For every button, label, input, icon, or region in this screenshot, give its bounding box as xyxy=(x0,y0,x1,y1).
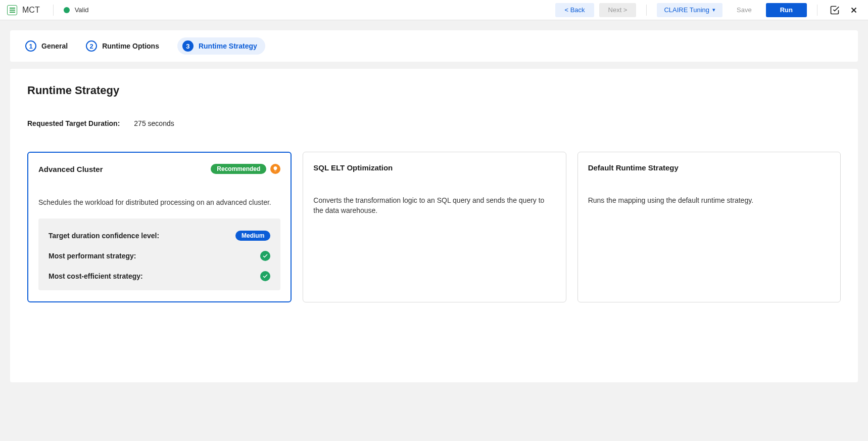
page-wrap: 1 General 2 Runtime Options 3 Runtime St… xyxy=(0,20,868,392)
check-icon xyxy=(260,271,270,281)
step-number: 1 xyxy=(25,40,36,52)
tab-runtime-strategy[interactable]: 3 Runtime Strategy xyxy=(177,37,265,55)
metric-cost-efficient: Most cost-efficient strategy: xyxy=(49,266,270,286)
check-icon xyxy=(260,251,270,261)
metrics-panel: Target duration confidence level: Medium… xyxy=(38,218,280,290)
step-number: 3 xyxy=(182,40,194,52)
metric-label: Target duration confidence level: xyxy=(49,232,159,240)
target-duration-label: Requested Target Duration: xyxy=(27,119,120,127)
status-text: Valid xyxy=(75,6,89,14)
separator xyxy=(817,5,817,16)
card-title: Default Runtime Strategy xyxy=(588,163,679,172)
confidence-badge: Medium xyxy=(235,231,270,241)
metric-label: Most cost-efficient strategy: xyxy=(49,272,143,280)
tab-runtime-options[interactable]: 2 Runtime Options xyxy=(86,40,159,52)
tab-general[interactable]: 1 General xyxy=(25,40,68,52)
card-description: Runs the mapping using the default runti… xyxy=(588,195,830,205)
separator xyxy=(53,5,54,16)
section-title: Runtime Strategy xyxy=(27,84,841,97)
lightbulb-icon xyxy=(270,164,280,174)
strategy-card-sql-elt[interactable]: SQL ELT Optimization Converts the transf… xyxy=(303,152,566,302)
card-description: Converts the transformation logic to an … xyxy=(313,195,555,216)
back-button[interactable]: < Back xyxy=(555,3,594,17)
card-header: SQL ELT Optimization xyxy=(313,163,555,172)
strategy-card-default[interactable]: Default Runtime Strategy Runs the mappin… xyxy=(577,152,841,302)
recommended-badge: Recommended xyxy=(211,164,266,174)
metric-confidence: Target duration confidence level: Medium xyxy=(49,226,270,246)
card-header: Default Runtime Strategy xyxy=(588,163,830,172)
metric-performant: Most performant strategy: xyxy=(49,246,270,266)
dropdown-label: CLAIRE Tuning xyxy=(664,6,709,14)
topbar-right: < Back Next > CLAIRE Tuning ▾ Save Run xyxy=(555,3,861,17)
chevron-down-icon: ▾ xyxy=(712,7,715,13)
target-duration-value: 275 seconds xyxy=(134,119,174,127)
run-button[interactable]: Run xyxy=(766,3,807,17)
app-icon xyxy=(7,5,17,15)
status-indicator-icon xyxy=(64,7,70,13)
badge-row: Recommended xyxy=(211,164,280,174)
separator xyxy=(646,5,647,16)
card-description: Schedules the workload for distributed p… xyxy=(38,197,280,207)
step-tabs: 1 General 2 Runtime Options 3 Runtime St… xyxy=(10,30,858,62)
step-label: Runtime Strategy xyxy=(199,42,257,50)
step-label: General xyxy=(41,42,68,50)
step-label: Runtime Options xyxy=(102,42,159,50)
card-title: SQL ELT Optimization xyxy=(313,163,393,172)
topbar: MCT Valid < Back Next > CLAIRE Tuning ▾ … xyxy=(0,0,868,20)
content-card: Runtime Strategy Requested Target Durati… xyxy=(10,69,858,382)
strategy-card-advanced-cluster[interactable]: Advanced Cluster Recommended Schedules t… xyxy=(27,152,292,302)
metric-label: Most performant strategy: xyxy=(49,252,136,260)
app-title: MCT xyxy=(22,6,40,15)
save-button: Save xyxy=(728,3,761,17)
claire-tuning-dropdown[interactable]: CLAIRE Tuning ▾ xyxy=(657,3,722,17)
card-title: Advanced Cluster xyxy=(38,165,103,173)
next-button: Next > xyxy=(599,3,637,17)
step-number: 2 xyxy=(86,40,97,52)
topbar-left: MCT Valid xyxy=(7,5,89,16)
close-icon[interactable] xyxy=(847,3,861,17)
checkbox-edit-icon[interactable] xyxy=(828,3,842,17)
target-duration-row: Requested Target Duration: 275 seconds xyxy=(27,119,841,127)
strategy-cards-row: Advanced Cluster Recommended Schedules t… xyxy=(27,152,841,302)
card-header: Advanced Cluster Recommended xyxy=(38,164,280,174)
